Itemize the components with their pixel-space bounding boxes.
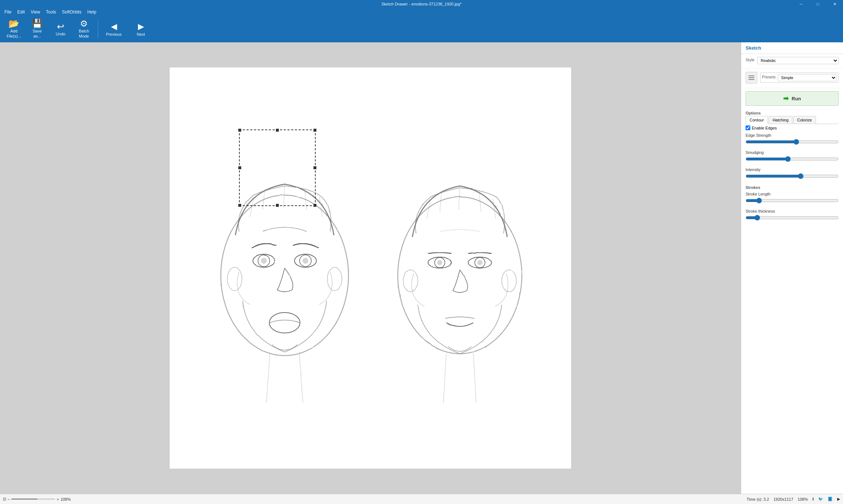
enable-edges-row: Enable Edges xyxy=(741,124,843,132)
next-icon: ▶ xyxy=(138,22,144,31)
menu-softorbits[interactable]: SoftOrbits xyxy=(59,9,84,15)
options-section-header: Options xyxy=(741,109,843,116)
options-label: Options xyxy=(746,111,761,115)
save-as-button[interactable]: 💾 Saveas... xyxy=(26,18,48,41)
menu-file[interactable]: File xyxy=(1,9,14,15)
presets-select[interactable]: Simple Detailed xyxy=(778,74,837,81)
preset-svg-icon xyxy=(748,74,755,81)
save-as-label: Saveas... xyxy=(32,29,42,38)
canvas-content xyxy=(170,67,571,469)
toolbar-separator xyxy=(98,20,98,38)
tab-hatching[interactable]: Hatching xyxy=(769,116,792,124)
run-arrow-icon: ➡ xyxy=(783,94,789,102)
right-face-svg xyxy=(381,119,535,418)
batch-mode-button[interactable]: ⚙ BatchMode xyxy=(73,18,95,41)
svg-point-9 xyxy=(327,267,342,291)
window-size-icon: ⊡ xyxy=(3,497,6,501)
svg-point-7 xyxy=(269,313,300,333)
info-icon[interactable]: ℹ xyxy=(812,497,814,501)
tab-colorize[interactable]: Colorize xyxy=(793,116,816,124)
strokes-label: Strokes xyxy=(746,185,760,190)
status-right: Time (s): 3.2 1920x1117 108% ℹ 🐦 📘 ▶ xyxy=(747,497,840,501)
run-button[interactable]: ➡ Run xyxy=(746,91,839,106)
add-files-button[interactable]: 📂 AddFile(s)... xyxy=(3,18,25,41)
style-section: Style Realistic Cartoon xyxy=(741,54,843,69)
undo-button[interactable]: ↩ Undo xyxy=(50,18,72,41)
left-face-svg xyxy=(206,119,359,418)
sketch-label: Sketch xyxy=(746,45,761,51)
next-button[interactable]: ▶ Next xyxy=(128,18,154,41)
status-bar: ⊡ − + 108% Time (s): 3.2 1920x1117 108% … xyxy=(0,494,843,504)
social-icon-1[interactable]: 🐦 xyxy=(818,497,823,501)
menu-tools[interactable]: Tools xyxy=(43,9,59,15)
edge-strength-section: Edge Strength xyxy=(741,132,843,149)
toolbar: 📂 AddFile(s)... 💾 Saveas... ↩ Undo ⚙ Bat… xyxy=(0,16,843,42)
svg-point-6 xyxy=(303,258,308,264)
edge-strength-slider[interactable] xyxy=(746,139,839,145)
add-files-icon: 📂 xyxy=(8,19,19,28)
stroke-length-slider[interactable] xyxy=(746,198,839,203)
enable-edges-label: Enable Edges xyxy=(752,126,777,130)
intensity-slider[interactable] xyxy=(746,173,839,179)
menu-edit[interactable]: Edit xyxy=(14,9,28,15)
next-label: Next xyxy=(137,32,145,36)
intensity-section: Intensity xyxy=(741,166,843,183)
stroke-thickness-label: Stroke thickness xyxy=(746,209,839,213)
add-files-label: AddFile(s)... xyxy=(7,29,21,38)
svg-point-18 xyxy=(502,270,516,292)
status-left: ⊡ − + 108% xyxy=(3,497,744,501)
menu-bar: File Edit View Tools SoftOrbits Help xyxy=(0,8,843,16)
run-label: Run xyxy=(792,96,801,101)
zoom-slider-fill xyxy=(11,499,38,500)
previous-button[interactable]: ◀ Previous xyxy=(101,18,127,41)
resolution-label: 1920x1117 xyxy=(773,497,793,501)
previous-label: Previous xyxy=(106,32,122,36)
zoom-plus[interactable]: + xyxy=(57,497,59,501)
enable-edges-checkbox[interactable] xyxy=(746,125,750,130)
style-select[interactable]: Realistic Cartoon xyxy=(757,57,839,64)
social-icon-3[interactable]: ▶ xyxy=(837,497,840,501)
smudging-section: Smudging xyxy=(741,149,843,166)
faces-container xyxy=(170,67,571,469)
stroke-thickness-section: Stroke thickness xyxy=(741,208,843,225)
smudging-slider[interactable] xyxy=(746,156,839,162)
right-panel: Sketch Style Realistic Cartoon xyxy=(741,42,843,494)
zoom-slider-track[interactable] xyxy=(11,499,55,500)
presets-section: Presets Simple Detailed xyxy=(741,69,843,88)
title-bar: Sketch Drawer - emotions-371238_1920.jpg… xyxy=(0,0,843,8)
previous-icon: ◀ xyxy=(111,22,117,31)
window-controls: ─ □ ✕ xyxy=(793,0,843,8)
svg-point-16 xyxy=(477,260,482,265)
time-label: Time (s): 3.2 xyxy=(747,497,769,501)
style-label: Style xyxy=(746,58,754,62)
main-layout: Sketch Style Realistic Cartoon xyxy=(0,42,843,494)
close-button[interactable]: ✕ xyxy=(826,0,843,8)
minimize-button[interactable]: ─ xyxy=(793,0,809,8)
style-row: Style Realistic Cartoon xyxy=(746,57,839,64)
left-face-sketch xyxy=(206,119,359,418)
menu-view[interactable]: View xyxy=(28,9,43,15)
smudging-label: Smudging xyxy=(746,150,839,155)
tab-contour[interactable]: Contour xyxy=(746,116,768,124)
right-face-sketch xyxy=(381,119,535,418)
app-title: Sketch Drawer - emotions-371238_1920.jpg… xyxy=(381,2,462,6)
maximize-button[interactable]: □ xyxy=(809,0,826,8)
zoom-minus[interactable]: − xyxy=(8,497,10,501)
svg-point-3 xyxy=(261,258,267,264)
stroke-thickness-slider[interactable] xyxy=(746,215,839,221)
panel-header-sketch: Sketch xyxy=(741,42,843,54)
canvas-area[interactable] xyxy=(0,42,741,494)
preset-icon xyxy=(746,72,757,84)
stroke-length-section: Stroke Length xyxy=(741,190,843,208)
zoom-percentage: 108% xyxy=(61,497,71,501)
zoom-right-label: 108% xyxy=(798,497,808,501)
strokes-section-header: Strokes xyxy=(741,183,843,190)
social-icon-2[interactable]: 📘 xyxy=(828,497,833,501)
undo-icon: ↩ xyxy=(57,22,64,31)
edge-strength-label: Edge Strength xyxy=(746,133,839,137)
presets-row-inner: Presets Simple Detailed xyxy=(760,73,839,83)
batch-mode-label: BatchMode xyxy=(79,29,89,38)
options-tabs: Contour Hatching Colorize xyxy=(746,116,839,124)
stroke-length-label: Stroke Length xyxy=(746,192,839,196)
menu-help[interactable]: Help xyxy=(84,9,99,15)
